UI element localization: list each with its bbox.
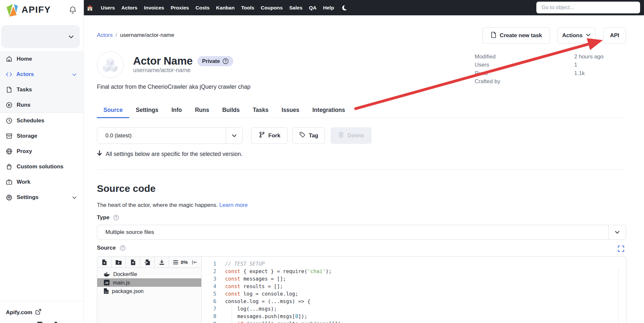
tab-source[interactable]: Source [97,103,129,118]
help-circle-icon[interactable] [120,245,126,251]
code-line: 8 messages.push(msgs[0]); [202,313,626,320]
brand-name[interactable]: APIFY [22,5,51,15]
topbar-item-qa[interactable]: QA [309,5,316,11]
topbar-item-coupons[interactable]: Coupons [261,5,283,11]
file-name: package.json [112,288,144,294]
tab-tasks[interactable]: Tasks [246,103,275,118]
sidebar-item-label: Custom solutions [17,163,64,170]
import-file-button[interactable] [140,257,155,268]
topbar-item-tools[interactable]: Tools [241,5,254,11]
breadcrumb-actors-link[interactable]: Actors [97,32,113,38]
breadcrumb-separator: / [115,32,117,38]
sidebar-item-tasks[interactable]: Tasks [0,82,84,97]
version-select[interactable]: 0.0 (latest) [97,127,243,144]
source-code-editor: 0% DockerfileJSmain.js{..}package.json 1… [97,256,626,323]
topbar-item-actors[interactable]: Actors [121,5,137,11]
line-number: 2 [202,268,216,275]
sidebar-item-runs[interactable]: Runs [0,97,84,113]
file-row-main-js[interactable]: JSmain.js [97,278,201,287]
sidebar-item-custom-solutions[interactable]: Custom solutions [0,159,84,174]
help-circle-icon[interactable] [222,58,229,64]
line-number: 7 [202,305,216,313]
topbar-item-help[interactable]: Help [323,5,334,11]
sidebar-item-label: Home [17,56,32,62]
upload-file-button[interactable] [126,257,140,268]
file-row-package-json[interactable]: {..}package.json [97,287,201,295]
meta-label: Crafted by [475,78,574,85]
code-line: 3const messages = []; [202,275,626,283]
help-circle-icon[interactable] [113,215,119,221]
home-icon [6,56,12,62]
topbar-item-costs[interactable]: Costs [195,5,209,11]
house-icon[interactable] [87,5,93,11]
api-button[interactable]: API [603,27,626,44]
topbar-item-users[interactable]: Users [101,5,115,11]
sidebar-item-home[interactable]: Home [0,51,84,67]
private-badge-label: Private [202,58,220,64]
moon-icon[interactable] [342,5,348,11]
meta-row: Modified2 hours ago [475,53,604,61]
actor-tabs: SourceSettingsInfoRunsBuildsTasksIssuesI… [97,103,626,118]
learn-more-link[interactable]: Learn more [219,202,248,208]
sidebar-item-settings[interactable]: Settings [0,190,84,205]
tab-issues[interactable]: Issues [275,103,306,118]
code-panel[interactable]: 1// TEST SETUP2const { expect } = requir… [202,257,626,323]
topbar-item-proxies[interactable]: Proxies [171,5,189,11]
type-select[interactable]: Multiple source files [97,225,626,240]
private-badge: Private [197,56,233,66]
search-input[interactable] [536,2,640,13]
line-number: 8 [202,313,216,320]
tab-info[interactable]: Info [165,103,188,118]
actions-dropdown-button[interactable]: Actions [558,27,595,44]
new-file-icon [102,259,107,265]
sidebar-footer: Apify.com [0,301,84,316]
admin-topbar: UsersActorsInvoicesProxiesCostsKanbanToo… [84,0,644,15]
meta-row: Runs1.1k [475,69,604,78]
topbar-item-sales[interactable]: Sales [289,5,303,11]
topbar-item-invoices[interactable]: Invoices [144,5,164,11]
collapse-left-icon[interactable] [192,260,197,265]
tab-settings[interactable]: Settings [129,103,165,118]
editor-scrollbar[interactable] [619,269,619,323]
meta-value: 1 [574,62,577,68]
svg-text:JS: JS [105,281,109,285]
actor-description: Final actor from the CheerioCrawler aka … [97,84,251,90]
new-file-button[interactable] [97,257,112,268]
notifications-bell-icon[interactable] [69,6,77,16]
briefcase-icon [6,179,12,185]
sidebar-item-label: Tasks [17,86,32,93]
tab-integrations[interactable]: Integrations [306,103,352,118]
create-new-task-button[interactable]: Create new task [483,27,550,44]
sidebar-item-proxy[interactable]: Proxy [0,144,84,159]
sidebar-item-schedules[interactable]: Schedules [0,113,84,128]
account-selector[interactable] [1,25,80,48]
tab-builds[interactable]: Builds [216,103,246,118]
new-folder-button[interactable] [112,257,126,268]
sidebar: APIFY HomeActorsTasksRunsSchedulesStorag… [0,0,84,323]
code-text: const messages = []; [216,275,286,283]
tab-runs[interactable]: Runs [188,103,216,118]
fork-button[interactable]: Fork [251,127,288,144]
sidebar-item-actors[interactable]: Actors [0,67,84,82]
actor-title-row: Actor Name Private [133,55,233,67]
clock-icon [6,117,12,124]
topbar-item-kanban[interactable]: Kanban [216,5,235,11]
delete-button[interactable]: Delete [330,127,372,144]
code-text: // TEST SETUP [216,260,265,268]
chevron-down-icon [585,32,591,39]
version-select-value: 0.0 (latest) [97,132,131,139]
tag-label: Tag [309,132,318,139]
source-code-heading: Source code [97,183,156,194]
sidebar-item-storage[interactable]: Storage [0,128,84,144]
actor-name-title: Actor Name [133,55,192,67]
file-row-dockerfile[interactable]: Dockerfile [97,270,201,278]
fullscreen-icon[interactable] [618,245,624,254]
apify-com-link[interactable]: Apify.com [0,301,84,316]
source-code-subtitle: The heart of the actor, where the magic … [97,202,248,208]
tag-button[interactable]: Tag [292,127,325,144]
sidebar-item-work[interactable]: Work [0,174,84,190]
apify-logo-icon[interactable] [6,3,19,19]
chevron-down-icon [71,195,77,202]
download-button[interactable] [155,257,169,268]
meta-row: Users1 [475,61,604,69]
